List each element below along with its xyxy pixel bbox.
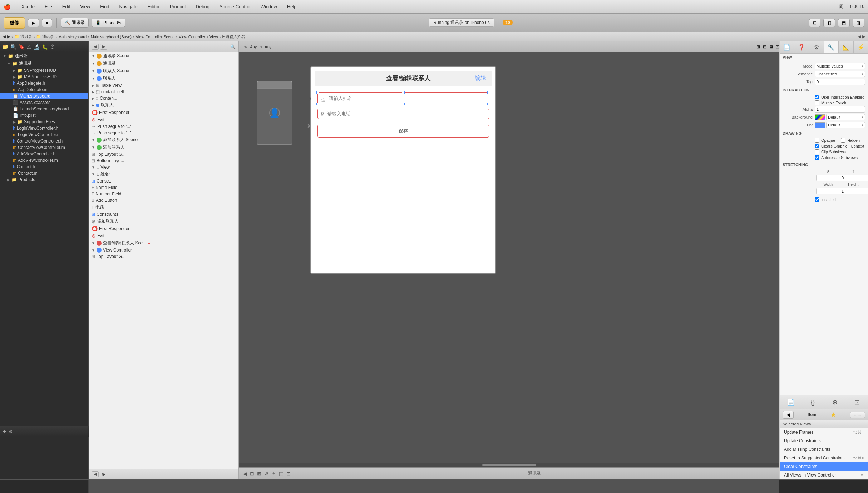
inspector-tab-connections[interactable]: ⚡	[854, 41, 868, 53]
layout-toggle[interactable]: ⊟	[809, 19, 820, 27]
navigator-toggle[interactable]: ◧	[823, 19, 835, 27]
breadcrumb-nav-back[interactable]: ◀	[3, 34, 6, 39]
semantic-dropdown[interactable]: Unspecified ▾	[815, 71, 865, 77]
menubar-help[interactable]: Help	[285, 3, 299, 10]
tint-dropdown[interactable]: Default ▾	[826, 122, 865, 128]
constraints-btn[interactable]: ⊡	[776, 44, 779, 49]
menu-update-constraints[interactable]: Update Constraints	[780, 437, 868, 445]
menubar-navigate[interactable]: Navigate	[117, 3, 139, 10]
scene-first-responder[interactable]: ⭕ First Responder	[89, 109, 238, 116]
scene-name-field[interactable]: F Name Field	[89, 184, 238, 191]
apple-menu[interactable]: 🍎	[4, 3, 11, 10]
storyboard-fwd-btn[interactable]: ▶	[100, 44, 107, 50]
storyboard-back-btn[interactable]: ◀	[92, 44, 99, 50]
nav-mbprogress[interactable]: ▶ 📁 MBProgressHUD	[0, 74, 88, 80]
stop-button[interactable]: ■	[42, 19, 52, 27]
scene-exit-2[interactable]: ⊗ Exit	[89, 232, 238, 239]
scene-add-contact-item[interactable]: ⊕ 添加联系人	[89, 218, 238, 225]
scene-contact[interactable]: ▼ 联系人	[89, 75, 238, 82]
scene-edit-scene[interactable]: ▼ 查看/编辑联系人 Sce... ●	[89, 239, 238, 247]
nav-main-storyboard[interactable]: 📋 Main.storyboard	[0, 93, 88, 99]
scene-push-segue-1[interactable]: → Push segue to '...'	[89, 123, 238, 130]
scene-edit-vc[interactable]: ▼ View Controller	[89, 247, 238, 253]
pause-button[interactable]: 暂停	[4, 17, 25, 29]
nav-contact-h[interactable]: h Contact.h	[0, 164, 88, 170]
nav-loginvc-m[interactable]: m LoginViewController.m	[0, 131, 88, 138]
breadcrumb-fwd-btn[interactable]: ▶	[862, 34, 865, 39]
canvas-align-btn[interactable]: ⊠	[257, 471, 261, 477]
scheme-btn[interactable]: 通讯录	[294, 470, 775, 477]
phone-field-container[interactable]: 格	[317, 109, 489, 119]
debug-toggle[interactable]: ⬒	[838, 19, 850, 27]
scene-phone-label[interactable]: L 电话	[89, 204, 238, 211]
menubar-file[interactable]: File	[43, 3, 54, 10]
bg-dropdown[interactable]: Default ▾	[826, 114, 865, 120]
nav-search-icon[interactable]: 🔍	[10, 44, 16, 50]
nav-assets[interactable]: ⬛ Assets.xcassets	[0, 99, 88, 106]
inspector-toggle[interactable]: ◨	[853, 19, 864, 27]
canvas-issues-btn[interactable]: ⚠	[271, 471, 276, 477]
breadcrumb-6[interactable]: View	[209, 35, 218, 39]
canvas-back-btn[interactable]: ◀	[243, 471, 247, 477]
installed-checkbox[interactable]	[815, 197, 819, 202]
hidden-checkbox[interactable]	[841, 138, 845, 143]
inspector-tab-identity[interactable]: ⚙	[809, 41, 824, 53]
inspector-fwd-btn[interactable]: ……	[850, 412, 865, 418]
stretch-w-input[interactable]	[816, 188, 868, 194]
scene-txl-scene[interactable]: ▼ 通讯录 Scene	[89, 52, 238, 60]
insp-tab-history[interactable]: ⊡	[846, 395, 868, 409]
stretch-x-input[interactable]	[816, 175, 868, 181]
scene-exit[interactable]: ⊗ Exit	[89, 116, 238, 123]
scene-contact-cell[interactable]: ▶ ⬚ contact_cell	[89, 89, 238, 95]
menubar-find[interactable]: Find	[98, 3, 111, 10]
scene-txl[interactable]: ▼ 通讯录	[89, 60, 238, 67]
scene-number-field[interactable]: F Number Field	[89, 191, 238, 197]
nav-products[interactable]: ▶ 📁 Products	[0, 176, 88, 183]
tag-input[interactable]	[815, 79, 865, 85]
hscrollbar[interactable]	[482, 464, 536, 466]
nav-addvc-m[interactable]: m AddViewController.m	[0, 157, 88, 164]
device-selector[interactable]: 📱 iPhone 6s	[92, 19, 125, 27]
zoom-fit-btn[interactable]: ⊞	[756, 44, 760, 49]
menubar-xcode[interactable]: Xcode	[19, 3, 37, 10]
menu-clear-constraints[interactable]: Clear Constraints	[780, 462, 868, 471]
nav-filter2-icon[interactable]: ⊕	[9, 429, 13, 434]
breadcrumb-3[interactable]: Main.storyboard (Base)	[91, 35, 132, 39]
menubar-source-control[interactable]: Source Control	[217, 3, 253, 10]
breadcrumb-4[interactable]: View Controller Scene	[136, 35, 175, 39]
name-field-container[interactable]: 注名 注	[317, 92, 489, 104]
menubar-edit[interactable]: Edit	[60, 3, 72, 10]
inspector-back-btn[interactable]: ◀	[783, 411, 794, 419]
nav-addvc-h[interactable]: h AddViewController.h	[0, 151, 88, 157]
nav-add-icon[interactable]: +	[3, 428, 6, 435]
canvas-format-btn[interactable]: ⊡	[286, 471, 291, 477]
save-button-container[interactable]: 保存	[317, 125, 489, 138]
scene-constraints-add[interactable]: ⊞ Constraints	[89, 211, 238, 218]
scene-constr[interactable]: ⊞ Constr...	[89, 178, 238, 184]
menu-add-missing[interactable]: Add Missing Constraints	[780, 445, 868, 454]
nav-test-icon[interactable]: 🔬	[34, 44, 40, 50]
clip-subviews-checkbox[interactable]	[815, 149, 819, 154]
breadcrumb-0[interactable]: 📁 通讯录	[14, 34, 32, 39]
canvas-update-btn[interactable]: ↺	[264, 471, 268, 477]
scene-edit-top-layout[interactable]: ⊞ Top Layout G...	[89, 253, 238, 260]
insp-tab-code[interactable]: {}	[802, 395, 824, 409]
phone-input[interactable]	[327, 111, 486, 116]
run-button[interactable]: ▶	[28, 19, 39, 27]
clears-graphics-checkbox[interactable]	[815, 144, 819, 148]
scheme-selector[interactable]: 🔨 通讯录	[61, 18, 89, 28]
menubar-editor[interactable]: Editor	[146, 3, 162, 10]
nav-supporting[interactable]: ▶ 📁 Supporting Files	[0, 119, 88, 125]
nav-appdelegate-h[interactable]: h AppDelegate.h	[0, 80, 88, 86]
alpha-input[interactable]	[815, 106, 865, 113]
nav-launch-storyboard[interactable]: 📋 LaunchScreen.storyboard	[0, 106, 88, 112]
breadcrumb-back-btn[interactable]: ◀	[858, 34, 861, 39]
nav-filter-icon[interactable]: 📁	[2, 44, 8, 50]
nav-contact-m[interactable]: m Contact.m	[0, 170, 88, 176]
scene-add-button[interactable]: B Add Button	[89, 197, 238, 204]
scene-top-layout[interactable]: ⊞ Top Layout G...	[89, 151, 238, 158]
snap-btn[interactable]: ⊠	[769, 44, 773, 49]
menubar-product[interactable]: Product	[168, 3, 188, 10]
canvas-embed-btn[interactable]: ⬚	[279, 471, 283, 477]
canvas-add-constraint-btn[interactable]: ⊞	[250, 471, 254, 477]
